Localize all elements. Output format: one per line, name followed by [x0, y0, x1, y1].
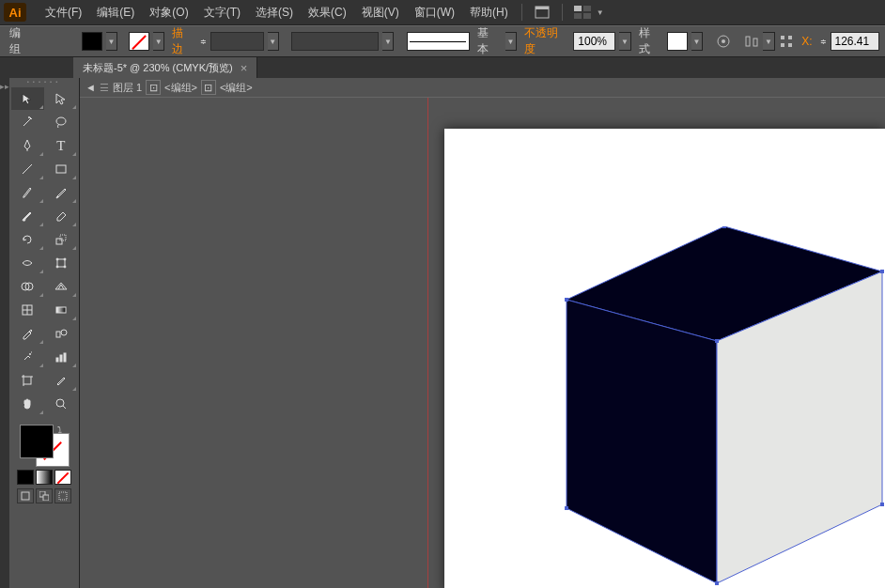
- stroke-profile-preview[interactable]: [407, 32, 470, 51]
- menu-file[interactable]: 文件(F): [38, 1, 89, 24]
- opacity-field[interactable]: 100%: [573, 32, 615, 51]
- menu-window[interactable]: 窗口(W): [407, 1, 462, 24]
- column-graph-tool[interactable]: [45, 346, 78, 368]
- svg-rect-17: [56, 239, 62, 244]
- svg-rect-1: [536, 7, 549, 9]
- menu-view[interactable]: 视图(V): [354, 1, 407, 24]
- x-position-field[interactable]: 126.41: [831, 32, 880, 51]
- style-dropdown[interactable]: ▼: [691, 32, 703, 51]
- svg-point-22: [56, 266, 58, 268]
- menu-type[interactable]: 文字(T): [196, 1, 248, 24]
- magic-wand-tool[interactable]: [11, 111, 44, 133]
- transform-icon[interactable]: [779, 33, 795, 50]
- align-dropdown[interactable]: ▼: [763, 32, 774, 51]
- svg-rect-5: [583, 13, 591, 19]
- shape-builder-tool[interactable]: [11, 275, 44, 298]
- symbol-sprayer-tool[interactable]: [11, 346, 44, 368]
- mesh-tool[interactable]: [11, 299, 44, 321]
- draw-normal-mode[interactable]: [17, 488, 34, 503]
- cube-object[interactable]: [555, 226, 885, 588]
- slice-tool[interactable]: [45, 369, 78, 392]
- canvas-viewport[interactable]: [80, 98, 885, 588]
- gradient-tool[interactable]: [45, 299, 78, 321]
- fill-color-swatch[interactable]: [20, 425, 54, 458]
- svg-rect-42: [22, 492, 29, 500]
- draw-behind-mode[interactable]: [36, 488, 53, 503]
- main-area: ▸▸ •••••• T: [0, 78, 885, 588]
- recolor-icon[interactable]: [716, 33, 732, 50]
- fill-swatch[interactable]: [82, 32, 102, 51]
- menu-effect[interactable]: 效果(C): [301, 1, 354, 24]
- breadcrumb-group2[interactable]: <编组>: [220, 81, 253, 95]
- perspective-grid-tool[interactable]: [45, 275, 78, 298]
- opacity-link[interactable]: 不透明度: [524, 25, 566, 57]
- document-tab-title: 未标题-5* @ 230% (CMYK/预览): [83, 61, 233, 75]
- stroke-dropdown[interactable]: ▼: [153, 32, 164, 51]
- stroke-swatch[interactable]: [129, 32, 149, 51]
- pencil-tool[interactable]: [45, 181, 78, 204]
- color-mode-gradient[interactable]: [36, 470, 53, 485]
- stroke-weight-dropdown[interactable]: ▼: [268, 32, 279, 51]
- color-mode-none[interactable]: [54, 470, 71, 485]
- hand-tool[interactable]: [11, 393, 44, 415]
- svg-rect-9: [753, 39, 757, 46]
- blend-tool[interactable]: [45, 322, 78, 345]
- width-tool[interactable]: [11, 252, 44, 274]
- menu-edit[interactable]: 编辑(E): [89, 1, 142, 24]
- breadcrumb-target-icon[interactable]: ⊡: [146, 80, 161, 95]
- align-icon[interactable]: [744, 33, 760, 50]
- layers-icon: ☰: [100, 82, 109, 94]
- pen-tool[interactable]: [11, 134, 44, 157]
- tool-panel-handle[interactable]: ••••••: [9, 78, 79, 85]
- stroke-profile-dropdown[interactable]: ▼: [505, 32, 517, 51]
- fill-dropdown[interactable]: ▼: [106, 32, 117, 51]
- svg-rect-44: [43, 495, 49, 501]
- menu-select[interactable]: 选择(S): [248, 1, 301, 24]
- panel-expand-arrow[interactable]: ▸▸: [0, 78, 9, 588]
- document-tab[interactable]: 未标题-5* @ 230% (CMYK/预览) ×: [73, 57, 257, 78]
- rotate-tool[interactable]: [11, 228, 44, 251]
- workspace-icon[interactable]: [572, 3, 593, 22]
- tab-close-icon[interactable]: ×: [241, 61, 248, 75]
- breadcrumb-layer[interactable]: 图层 1: [113, 81, 142, 95]
- zoom-tool[interactable]: [45, 393, 78, 415]
- stroke-type-field[interactable]: [291, 32, 379, 51]
- svg-rect-35: [23, 377, 31, 384]
- layout-icon[interactable]: [532, 3, 552, 22]
- menu-object[interactable]: 对象(O): [142, 1, 195, 24]
- svg-rect-49: [722, 226, 726, 228]
- svg-point-40: [56, 399, 64, 407]
- artboard-tool[interactable]: [11, 369, 44, 392]
- free-transform-tool[interactable]: [45, 252, 78, 274]
- svg-rect-10: [781, 36, 784, 39]
- breadcrumb-group1[interactable]: <编组>: [164, 81, 197, 95]
- breadcrumb-target-icon[interactable]: ⊡: [201, 80, 216, 95]
- rectangle-tool[interactable]: [45, 158, 78, 180]
- menu-help[interactable]: 帮助(H): [462, 1, 516, 24]
- opacity-dropdown[interactable]: ▼: [619, 32, 630, 51]
- blob-brush-tool[interactable]: [11, 205, 44, 227]
- eyedropper-tool[interactable]: [11, 322, 44, 345]
- svg-point-20: [56, 258, 58, 260]
- svg-rect-13: [788, 43, 792, 47]
- style-label: 样式: [639, 25, 660, 57]
- draw-inside-mode[interactable]: [54, 488, 71, 503]
- tool-panel: •••••• T: [9, 78, 80, 588]
- svg-rect-11: [788, 36, 792, 39]
- color-mode-solid[interactable]: [17, 470, 34, 485]
- scale-tool[interactable]: [45, 228, 78, 251]
- svg-rect-50: [880, 270, 884, 273]
- selection-tool[interactable]: [11, 87, 44, 110]
- eraser-tool[interactable]: [45, 205, 78, 227]
- paintbrush-tool[interactable]: [11, 181, 44, 204]
- stroke-type-dropdown[interactable]: ▼: [382, 32, 394, 51]
- stroke-weight-field[interactable]: [210, 32, 263, 51]
- breadcrumb-back[interactable]: ◄: [85, 82, 96, 93]
- direct-selection-tool[interactable]: [45, 87, 78, 110]
- svg-rect-45: [59, 492, 67, 500]
- type-tool[interactable]: T: [45, 134, 78, 157]
- line-tool[interactable]: [11, 158, 44, 180]
- lasso-tool[interactable]: [45, 111, 78, 133]
- stroke-link[interactable]: 描边: [172, 25, 193, 57]
- style-swatch[interactable]: [667, 32, 688, 51]
